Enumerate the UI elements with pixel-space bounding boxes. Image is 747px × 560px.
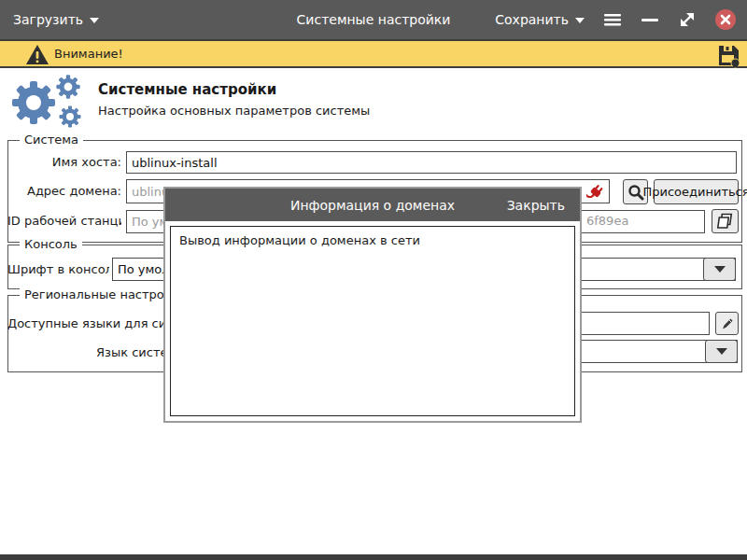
hamburger-icon [603, 13, 622, 27]
copy-icon [717, 213, 734, 230]
dropdown-arrow-icon [716, 348, 727, 355]
maximize-icon [678, 10, 697, 29]
caret-down-icon [90, 18, 99, 23]
search-icon [627, 184, 644, 201]
dialog-titlebar: Информация о доменах Закрыть [165, 189, 580, 221]
save-menu-label: Сохранить [495, 12, 569, 27]
warning-text: Внимание! [54, 47, 123, 61]
console-font-dropdown-button[interactable] [703, 258, 736, 281]
dropdown-arrow-icon [714, 266, 726, 273]
load-menu-label: Загрузить [13, 12, 83, 27]
warning-bar: Внимание! [0, 39, 747, 68]
workstation-id-value-fragment: 6f89ea [586, 214, 628, 228]
join-domain-button[interactable]: Присоединиться [654, 179, 739, 204]
domain-label: Адрес домена: [7, 184, 121, 198]
close-button[interactable] [715, 9, 736, 30]
titlebar: Загрузить Системные настройки Сохранить [0, 0, 747, 39]
hostname-input[interactable]: ublinux-install [126, 151, 737, 174]
save-icon[interactable] [716, 43, 741, 68]
hostname-label: Имя хоста: [7, 155, 121, 169]
edit-languages-button[interactable] [715, 312, 739, 335]
hamburger-menu-button[interactable] [603, 13, 622, 27]
warning-icon [25, 44, 49, 65]
page-subtitle: Настройка основных параметров системы [98, 104, 370, 118]
workstation-id-label: ID рабочей станции: [7, 214, 121, 228]
maximize-button[interactable] [678, 10, 697, 29]
minimize-icon [641, 13, 659, 27]
domain-info-dialog: Информация о доменах Закрыть Вывод инфор… [163, 187, 582, 423]
console-font-label: Шрифт в консоли: [7, 262, 109, 276]
close-icon [720, 14, 731, 25]
system-legend: Система [20, 133, 83, 147]
minimize-button[interactable] [641, 13, 659, 27]
console-legend: Консоль [20, 237, 82, 251]
domain-info-output: Вывод информации о доменах в сети [170, 226, 575, 416]
dialog-body: Вывод информации о доменах в сети [165, 221, 580, 421]
gears-icon [9, 75, 88, 129]
dialog-title: Информация о доменах [290, 198, 455, 213]
system-language-dropdown-button[interactable] [705, 340, 738, 363]
page-title: Системные настройки [98, 81, 276, 98]
copy-id-button[interactable] [712, 209, 739, 233]
plug-icon [586, 184, 605, 203]
edit-icon [720, 316, 735, 331]
dialog-close-button[interactable]: Закрыть [507, 189, 565, 221]
window-border-bottom [0, 554, 747, 560]
caret-down-icon [575, 18, 585, 23]
save-menu-button[interactable]: Сохранить [495, 12, 585, 27]
app-window: Загрузить Системные настройки Сохранить [0, 0, 747, 560]
load-menu-button[interactable]: Загрузить [13, 0, 99, 39]
